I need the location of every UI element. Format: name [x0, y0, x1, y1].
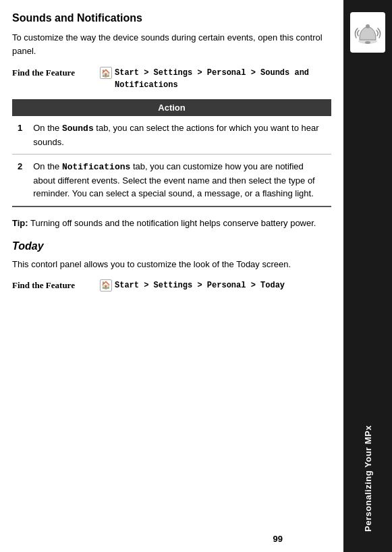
right-sidebar: Personalizing Your MPx: [343, 0, 392, 552]
row2-bold: Notifications: [62, 162, 130, 172]
row1-prefix: On the: [33, 123, 62, 133]
sidebar-icon-box: [350, 12, 385, 53]
today-section-body: This contorl panel allows you to customi…: [12, 258, 331, 271]
sounds-section-title: Sounds and Notifications: [12, 12, 331, 24]
tip-text-content: Turning off sounds and the notification …: [28, 218, 316, 228]
row1-bold: Sounds: [62, 123, 94, 134]
row2-prefix: On the: [33, 161, 62, 171]
sounds-section-body: To customize the way the device sounds d…: [12, 31, 331, 57]
action-table: Action 1 On the Sounds tab, you can sele…: [12, 99, 331, 207]
svg-point-1: [366, 24, 370, 28]
table-row-num-2: 2: [12, 155, 28, 206]
today-section-title: Today: [12, 240, 331, 252]
table-row-content-2: On the Notifications tab, you can custom…: [28, 155, 331, 206]
svg-point-2: [365, 41, 370, 44]
find-feature-path-text-today: Start > Settings > Personal > Today: [115, 279, 285, 292]
find-feature-row-sounds: Find the Feature 🏠 Start > Settings > Pe…: [12, 67, 331, 91]
table-row: 1 On the Sounds tab, you can select the …: [12, 116, 331, 155]
table-row-num-1: 1: [12, 116, 28, 155]
bell-icon: [354, 16, 381, 49]
table-row: 2 On the Notifications tab, you can cust…: [12, 155, 331, 206]
start-icon-today: 🏠: [100, 279, 112, 292]
page-number: 99: [273, 534, 283, 544]
table-row-content-1: On the Sounds tab, you can select the ac…: [28, 116, 331, 155]
find-feature-path-sounds: 🏠 Start > Settings > Personal > Sounds a…: [100, 67, 331, 91]
sidebar-vertical-text: Personalizing Your MPx: [363, 425, 373, 532]
page-container: Sounds and Notifications To customize th…: [0, 0, 392, 552]
tip-paragraph: Tip: Turning off sounds and the notifica…: [12, 217, 331, 230]
find-feature-row-today: Find the Feature 🏠 Start > Settings > Pe…: [12, 279, 331, 292]
find-feature-label-today: Find the Feature: [12, 279, 93, 291]
main-content: Sounds and Notifications To customize th…: [0, 0, 343, 552]
tip-bold-label: Tip:: [12, 218, 28, 228]
find-feature-label-sounds: Find the Feature: [12, 67, 93, 78]
start-icon-sounds: 🏠: [100, 67, 112, 79]
find-feature-path-today: 🏠 Start > Settings > Personal > Today: [100, 279, 285, 292]
table-header: Action: [12, 99, 331, 116]
find-feature-path-text-sounds: Start > Settings > Personal > Sounds and…: [115, 67, 331, 91]
